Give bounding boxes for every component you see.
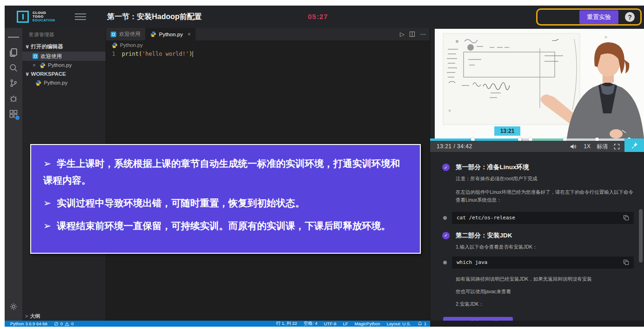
reset-experiment-button[interactable]: 重置实验 (579, 10, 618, 24)
countdown-timer: 05:27 (308, 13, 328, 20)
command-os-release[interactable]: cat /etc/os-release (452, 212, 634, 224)
extensions-icon[interactable] (8, 108, 19, 119)
check-circle-icon: ✓ (442, 232, 450, 239)
menu-icon[interactable] (75, 13, 86, 20)
playback-speed-button[interactable]: 1X (584, 143, 591, 150)
files-icon[interactable] (8, 47, 19, 58)
seek-tooltip: 13:21 (494, 126, 520, 136)
python-file-icon (40, 62, 46, 68)
editor-tab-bar: 欢迎使用 Python.py × ▷ ⋯ (106, 28, 430, 40)
python-file-icon (35, 80, 41, 86)
section-2-after1: 如有返回路径则说明已经安装JDK，如果无返回则说明没有安装 (456, 276, 634, 283)
callout-bullet: ➢学生上课时，系统根据上课的章节自动生成统一标准的实训环境，打通实训环境和课程内… (43, 155, 408, 189)
help-icon[interactable]: ? (625, 12, 635, 22)
tab-python[interactable]: Python.py × (146, 28, 196, 40)
notifications-bell[interactable]: 1 (418, 321, 426, 326)
outline-section[interactable]: >大纲 (25, 313, 40, 320)
video-time: 13:21 / 34:42 (437, 143, 472, 150)
extensions-badge (15, 115, 20, 120)
status-bar: Python 3.6.9 64-bit 0 0 行 1, 列 22 空格: 4 … (5, 321, 644, 327)
run-icon[interactable]: ▷ (400, 31, 405, 38)
open-editors-header[interactable]: ∨ 打开的编辑器 (22, 42, 106, 52)
python-version[interactable]: Python 3.6.9 64-bit (10, 321, 47, 326)
gear-icon[interactable] (8, 301, 19, 312)
brand-name: CLOUD TOGO EDUCATION (33, 11, 55, 22)
video-player[interactable]: 13:21 (435, 29, 644, 138)
welcome-icon (111, 32, 116, 37)
brand-logo: CLOUD TOGO EDUCATION (17, 11, 55, 23)
fullscreen-icon[interactable] (614, 144, 620, 150)
search-icon[interactable] (8, 62, 19, 73)
python-file-icon (150, 31, 156, 37)
close-icon[interactable]: × (187, 31, 191, 38)
explorer-title: 资源管理器 (22, 28, 106, 42)
activity-bar (5, 28, 22, 321)
arrow-bullet-icon: ➢ (43, 220, 51, 231)
chapter-title: 第一节：安装Hadoop前配置 (107, 12, 202, 22)
command-row: which java (443, 257, 634, 269)
debug-icon[interactable] (8, 93, 19, 104)
quality-button[interactable]: 标清 (597, 143, 608, 151)
source-control-icon[interactable] (8, 78, 19, 89)
section-2-after2: 您也可以使用javac来查看 (456, 289, 634, 295)
breadcrumb[interactable]: Python.py (106, 40, 430, 50)
command-which-java[interactable]: which java (452, 257, 634, 269)
workspace-file-python[interactable]: Python.py (22, 79, 106, 87)
arrow-bullet-icon: ➢ (43, 197, 51, 208)
error-icon (54, 322, 59, 326)
code-line-1[interactable]: 1 print('hello world!') (106, 50, 430, 58)
open-editor-python[interactable]: × Python.py (22, 61, 106, 69)
arrow-bullet-icon: ➢ (43, 158, 51, 169)
section-1-note: 注意：所有操作必须在root用户下完成 (456, 176, 634, 182)
command-row: cat /etc/os-release (443, 212, 634, 224)
section-1-paragraph: 在左边的组件中Linux环境已经为您准备好了，请在左下的命令行位置输入以下命令查… (456, 188, 634, 204)
app-window: CLOUD TOGO EDUCATION 第一节：安装Hadoop前配置 05:… (5, 6, 644, 327)
bullet-dot-icon (443, 261, 447, 264)
line-number: 1 (106, 51, 122, 57)
pin-video-button[interactable] (624, 138, 644, 152)
keyboard-layout[interactable]: Layout: U.S. (386, 321, 411, 326)
scrollbar-thumb[interactable] (639, 209, 643, 263)
text-cursor (193, 51, 193, 57)
check-circle-icon: ✓ (442, 164, 450, 171)
problems-indicator[interactable]: 0 0 (54, 321, 74, 326)
cloud-togo-logo-icon (17, 11, 29, 23)
bell-icon (418, 322, 422, 326)
split-editor-icon[interactable] (409, 31, 415, 37)
close-icon[interactable]: × (33, 62, 37, 68)
copy-icon[interactable] (623, 215, 629, 221)
callout-bullet: ➢课程结束前环境一直保留，可持续实训。而原有的实训课，下课后即释放环境。 (43, 217, 408, 234)
tab-welcome[interactable]: 欢迎使用 (106, 28, 146, 40)
welcome-icon (33, 53, 38, 59)
reset-highlight-box: 重置实验 ? (536, 8, 642, 26)
copy-icon[interactable] (623, 259, 629, 265)
video-frame-presenter (435, 29, 644, 138)
language-mode[interactable]: MagicPython (355, 321, 380, 326)
menu-icon[interactable] (8, 32, 19, 43)
indentation[interactable]: 空格: 4 (304, 321, 318, 327)
encoding[interactable]: UTF-8 (324, 321, 336, 326)
python-file-icon (112, 42, 118, 48)
cursor-position[interactable]: 行 1, 列 22 (276, 321, 297, 327)
course-panel: 13:21 13:21 / 34:42 1X 标清 (430, 28, 644, 321)
eol-sequence[interactable]: LF (343, 321, 348, 326)
section-2-header: ✓ 第二部分：安装JDK (442, 231, 634, 240)
more-actions-icon[interactable]: ⋯ (420, 31, 426, 38)
section-1-header: ✓ 第一部分：准备Linux环境 (442, 163, 634, 171)
callout-bullet: ➢实训过程中导致环境出错，可随时重置，恢复到初始状态。 (43, 195, 408, 211)
next-section-button[interactable]: ✓ 进入下一节 (443, 317, 513, 321)
open-editor-welcome[interactable]: 欢迎使用 (22, 52, 106, 61)
video-controls: 13:21 / 34:42 1X 标清 (430, 141, 644, 152)
warning-icon (65, 322, 69, 326)
section-2-step2: 2.安装JDK： (456, 301, 634, 308)
editor-actions: ▷ ⋯ (400, 28, 426, 40)
top-bar: CLOUD TOGO EDUCATION 第一节：安装Hadoop前配置 05:… (5, 6, 644, 28)
status-bar-blue: Python 3.6.9 64-bit 0 0 行 1, 列 22 空格: 4 … (5, 321, 430, 327)
section-2-step1: 1.输入以下命令查看是否有安装JDK： (456, 244, 634, 250)
workspace-header[interactable]: ∨ WORKSPACE (22, 69, 106, 79)
feature-callout-overlay: ➢学生上课时，系统根据上课的章节自动生成统一标准的实训环境，打通实训环境和课程内… (30, 144, 421, 254)
course-content: ✓ 第一部分：准备Linux环境 注意：所有操作必须在root用户下完成 在左边… (430, 152, 644, 321)
volume-icon[interactable] (570, 144, 578, 150)
bullet-dot-icon (443, 216, 447, 220)
